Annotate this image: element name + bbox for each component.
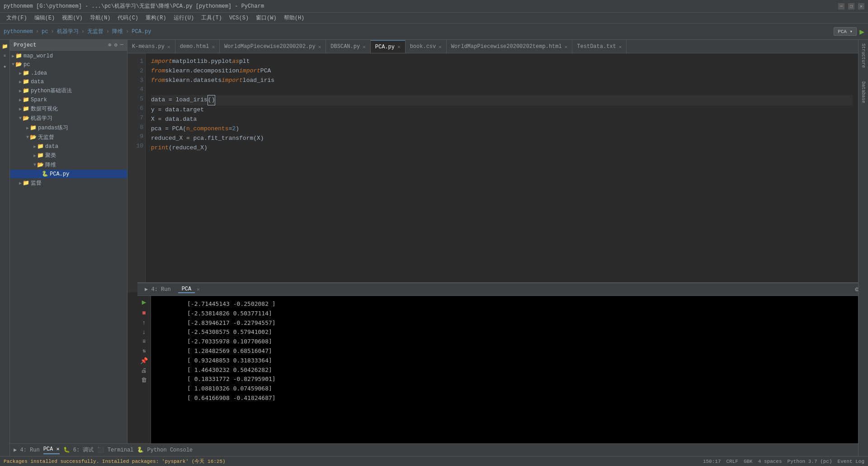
tab-close-WorldMapPiecewise20200202py[interactable]: ✕ bbox=[318, 44, 321, 50]
tree-item-data[interactable]: ▶ 📁 data bbox=[10, 77, 127, 86]
structure-icon[interactable]: ≡ bbox=[0, 52, 9, 61]
tab-bar: K-means.py✕demo.html✕WorldMapPiecewise20… bbox=[127, 40, 858, 53]
tab-demohtml[interactable]: demo.html✕ bbox=[175, 40, 220, 53]
minimize-button[interactable]: — bbox=[838, 3, 844, 10]
menu-item-C[interactable]: 代码(C) bbox=[115, 13, 141, 23]
project-add-icon[interactable]: ⊕ bbox=[108, 42, 111, 48]
status-python[interactable]: Python 3.7 (pc) bbox=[788, 459, 832, 464]
tree-item-[interactable]: ▼ 📂 无监督 bbox=[10, 133, 127, 142]
tree-item-idea[interactable]: ▶ 📁 .idea bbox=[10, 69, 127, 77]
bottom-tab-pca-active[interactable]: PCA ✕ bbox=[43, 446, 60, 454]
code-line-3: from sklearn.datasets import load_iris bbox=[151, 76, 853, 86]
run-stop-icon[interactable]: ■ bbox=[142, 309, 146, 317]
tab-Kmeanspy[interactable]: K-means.py✕ bbox=[127, 40, 175, 53]
menu-item-N[interactable]: 导航(N) bbox=[87, 13, 113, 23]
breadcrumb-ml[interactable]: 机器学习 bbox=[57, 28, 79, 35]
run-play-icon[interactable]: ▶ bbox=[142, 298, 146, 307]
run-scroll-down-icon[interactable]: ↓ bbox=[142, 329, 146, 336]
code-line-9: reduced_X = pca.fit_transform(X) bbox=[151, 134, 853, 143]
tab-WorldMapPiecewise20200202temphtml[interactable]: WorldMapPiecewise20200202temp.html✕ bbox=[447, 40, 572, 53]
bottom-tab-debug[interactable]: 🐛 6: 调试 bbox=[63, 446, 94, 454]
run-panel-header: ▶ 4: Run PCA ✕ ⚙ — bbox=[137, 283, 858, 296]
tab-close-PCApy[interactable]: ✕ bbox=[397, 44, 401, 50]
tab-close-TestDatatxt[interactable]: ✕ bbox=[619, 44, 622, 50]
menu-item-E[interactable]: 编辑(E) bbox=[32, 13, 58, 23]
tab-close-WorldMapPiecewise20200202temphtml[interactable]: ✕ bbox=[565, 44, 568, 50]
right-tab-database[interactable]: Database bbox=[861, 80, 866, 105]
tree-item-[interactable]: ▼ 📂 机器学习 bbox=[10, 114, 127, 123]
menu-item-T[interactable]: 工具(T) bbox=[198, 13, 225, 23]
status-warning: Packages installed successfully. Install… bbox=[4, 458, 226, 465]
status-crlf[interactable]: CRLF bbox=[726, 459, 738, 464]
bottom-tab-terminal[interactable]: ⬛ Terminal bbox=[97, 447, 133, 453]
run-output-line: [-2.83946217 -0.22794557] bbox=[187, 319, 832, 328]
run-scroll-up-icon[interactable]: ↑ bbox=[142, 319, 146, 326]
breadcrumb-pythonmem[interactable]: pythonmem bbox=[4, 29, 33, 35]
tree-item-[interactable]: ▶ 📁 监督 bbox=[10, 178, 127, 188]
tree-item-[interactable]: ▼ 📂 降维 bbox=[10, 160, 127, 170]
favorites-icon[interactable]: ★ bbox=[0, 62, 9, 71]
code-line-10: print(reduced_X) bbox=[151, 143, 853, 153]
breadcrumb-pc[interactable]: pc bbox=[42, 29, 48, 35]
run-trash-icon[interactable]: 🗑 bbox=[141, 377, 147, 384]
status-encoding[interactable]: GBK bbox=[744, 459, 753, 464]
run-tab-pca-close[interactable]: ✕ bbox=[197, 286, 200, 292]
status-spaces[interactable]: 4 spaces bbox=[758, 459, 782, 464]
code-line-7: X = data.data bbox=[151, 115, 853, 124]
project-collapse-icon[interactable]: — bbox=[120, 42, 123, 48]
code-content[interactable]: import matplotlib.pyplot as pltfrom skle… bbox=[146, 53, 858, 292]
breadcrumb-unsupervised[interactable]: 无监督 bbox=[87, 28, 104, 35]
tab-WorldMapPiecewise20200202py[interactable]: WorldMapPiecewise20200202.py✕ bbox=[220, 40, 326, 53]
right-tab-maven[interactable]: Structure bbox=[861, 42, 866, 70]
tree-item-[interactable]: ▶ 📁 聚类 bbox=[10, 151, 127, 160]
tree-item-python[interactable]: ▶ 📁 python基础语法 bbox=[10, 86, 127, 95]
run-tab-pca[interactable]: PCA bbox=[178, 286, 195, 293]
code-line-2: from sklearn.decomposition import PCA bbox=[151, 67, 853, 76]
run-output-line: [ 0.18331772 -0.82795901] bbox=[187, 375, 832, 384]
tree-item-data[interactable]: ▶ 📁 data bbox=[10, 142, 127, 151]
project-view-icon[interactable]: 📁 bbox=[0, 42, 9, 51]
menu-item-R[interactable]: 重构(R) bbox=[143, 13, 169, 23]
tab-TestDatatxt[interactable]: TestData.txt✕ bbox=[572, 40, 627, 53]
menu-item-VCSS[interactable]: VCS(S) bbox=[226, 14, 251, 22]
run-settings-icon[interactable]: ⚙ bbox=[855, 285, 858, 293]
menu-item-V[interactable]: 视图(V) bbox=[59, 13, 85, 23]
run-sort-icon[interactable]: ⇅ bbox=[142, 347, 146, 354]
menu-item-H[interactable]: 帮助(H) bbox=[281, 13, 307, 23]
tab-DBSCANpy[interactable]: DBSCAN.py✕ bbox=[326, 40, 370, 53]
tab-PCApy[interactable]: PCA.py✕ bbox=[371, 40, 406, 53]
tree-item-pc[interactable]: ▼ 📂 pc bbox=[10, 60, 127, 69]
status-event-log[interactable]: Event Log bbox=[838, 459, 864, 464]
run-wrap-icon[interactable]: ≡ bbox=[142, 338, 146, 345]
close-button[interactable]: ✕ bbox=[858, 3, 864, 10]
tree-item-[interactable]: ▶ 📁 数据可视化 bbox=[10, 104, 127, 114]
tab-close-DBSCANpy[interactable]: ✕ bbox=[363, 44, 366, 50]
tree-item-pandas[interactable]: ▶ 📁 pandas练习 bbox=[10, 123, 127, 133]
run-button[interactable]: ▶ bbox=[859, 27, 864, 37]
menu-bar: 文件(F)编辑(E)视图(V)导航(N)代码(C)重构(R)运行(U)工具(T)… bbox=[0, 13, 868, 24]
breadcrumb-pca-file[interactable]: PCA.py bbox=[132, 29, 151, 35]
run-output-line: [ 1.08810326 0.07459068] bbox=[187, 384, 832, 394]
tab-close-Kmeanspy[interactable]: ✕ bbox=[167, 44, 170, 50]
title-text: pythonmem [G:\pythonmem] - ...\pc\机器学习\无… bbox=[4, 2, 264, 10]
menu-item-F[interactable]: 文件(F) bbox=[4, 13, 30, 23]
tab-close-demohtml[interactable]: ✕ bbox=[212, 44, 215, 50]
run-tab-run[interactable]: ▶ 4: Run bbox=[141, 283, 175, 295]
tree-item-PCApy[interactable]: 🐍 PCA.py bbox=[10, 170, 127, 178]
tab-close-bookcsv[interactable]: ✕ bbox=[439, 44, 442, 50]
bottom-tab-python-console[interactable]: 🐍 Python Console bbox=[137, 447, 193, 453]
project-options-icon[interactable]: ⚙ bbox=[114, 42, 118, 48]
run-pin-icon[interactable]: 📌 bbox=[140, 357, 148, 365]
breadcrumb-dim-reduce[interactable]: 降维 bbox=[112, 28, 123, 35]
run-print-icon[interactable]: 🖨 bbox=[141, 367, 147, 374]
tab-bookcsv[interactable]: book.csv✕ bbox=[406, 40, 447, 53]
menu-item-U[interactable]: 运行(U) bbox=[171, 13, 197, 23]
maximize-button[interactable]: ❐ bbox=[848, 3, 854, 10]
menu-item-W[interactable]: 窗口(W) bbox=[253, 13, 279, 23]
title-bar: pythonmem [G:\pythonmem] - ...\pc\机器学习\无… bbox=[0, 0, 868, 13]
bottom-tab-run[interactable]: ▶ 4: Run bbox=[14, 447, 40, 453]
tree-item-Spark[interactable]: ▶ 📁 Spark bbox=[10, 95, 127, 104]
status-position[interactable]: 150:17 bbox=[703, 459, 721, 464]
run-config-dropdown[interactable]: PCA ▾ bbox=[834, 27, 857, 36]
tree-item-map_world[interactable]: ▶ 📁 map_world bbox=[10, 52, 127, 60]
